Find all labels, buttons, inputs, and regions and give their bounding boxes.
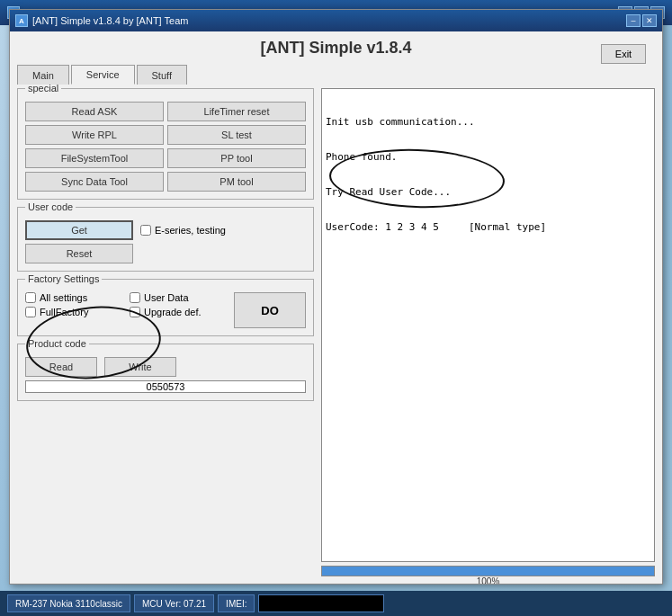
inner-titlebar: A [ANT] Simple v1.8.4 by [ANT] Team – ✕ (10, 10, 662, 31)
full-factory-checkbox[interactable] (25, 307, 36, 317)
output-log: Init usb communication... Phone found. T… (321, 88, 655, 562)
user-code-row: Get E-series, testing (25, 220, 306, 240)
tab-stuff[interactable]: Stuff (137, 65, 187, 85)
filesystem-tool-button[interactable]: FileSystemTool (25, 148, 164, 168)
log-line-1: Init usb communication... (326, 116, 650, 128)
read-write-buttons: Read Write (25, 357, 306, 377)
lifetimer-reset-button[interactable]: LifeTimer reset (167, 102, 306, 121)
full-factory-label: FullFactory (25, 307, 126, 317)
pm-tool-button[interactable]: PM tool (167, 172, 306, 192)
write-rpl-button[interactable]: Write RPL (25, 125, 164, 145)
log-line-3: Try Read User Code... (326, 186, 650, 198)
inner-close-button[interactable]: ✕ (642, 14, 657, 27)
inner-window-title: [ANT] Simple v1.8.4 by [ANT] Team (32, 15, 188, 26)
inner-window: A [ANT] Simple v1.8.4 by [ANT] Team – ✕ … (9, 9, 663, 585)
upgrade-def-checkbox[interactable] (130, 307, 140, 317)
reset-user-code-button[interactable]: Reset (25, 244, 133, 263)
status-mcu: MCU Ver: 07.21 (134, 594, 214, 612)
exit-button[interactable]: Exit (601, 44, 646, 64)
factory-settings-title: Factory Settings (25, 273, 102, 284)
outer-window: A [ANT] Simple v1.8.4 by [ANT] Team – □ … (0, 0, 672, 616)
right-panel: Init usb communication... Phone found. T… (321, 88, 655, 576)
app-content: [ANT] Simple v1.8.4 Exit Main Service St… (10, 31, 662, 584)
factory-col-left: All settings FullFactory (25, 292, 126, 317)
all-settings-checkbox[interactable] (25, 292, 36, 303)
user-code-group-title: User code (25, 201, 76, 212)
user-data-label: User Data (130, 292, 230, 303)
inner-app-icon: A (15, 14, 28, 27)
app-title: [ANT] Simple v1.8.4 (260, 39, 411, 57)
factory-col-right: User Data Upgrade def. (130, 292, 230, 317)
log-line-4: UserCode: 1 2 3 4 5 [Normal type] (326, 221, 650, 233)
sl-test-button[interactable]: SL test (167, 125, 306, 145)
status-imei-value (258, 594, 384, 612)
tab-service[interactable]: Service (71, 65, 135, 85)
status-imei-label: IMEI: (218, 594, 255, 612)
user-code-group: User code Get E-series, testing Reset (17, 207, 314, 272)
tabs-bar: Main Service Stuff (10, 65, 662, 85)
inner-minimize-button[interactable]: – (626, 14, 641, 27)
status-device: RM-237 Nokia 3110classic (7, 594, 130, 612)
product-code-content: Read Write (25, 357, 306, 393)
user-data-checkbox[interactable] (130, 292, 140, 303)
e-series-label: E-series, testing (140, 225, 226, 236)
app-title-bar: [ANT] Simple v1.8.4 (10, 31, 662, 61)
get-button-wrapper: Get (25, 220, 133, 240)
progress-bar-outer (321, 566, 655, 576)
main-split: special Read ASK LifeTimer reset Write R… (10, 85, 662, 584)
e-series-checkbox[interactable] (140, 225, 151, 236)
read-ask-button[interactable]: Read ASK (25, 102, 164, 121)
progress-wrapper: 100% (321, 566, 655, 576)
left-panel: special Read ASK LifeTimer reset Write R… (17, 88, 314, 576)
log-line-2: Phone found. (326, 151, 650, 163)
pp-tool-button[interactable]: PP tool (167, 148, 306, 168)
special-buttons-grid: Read ASK LifeTimer reset Write RPL SL te… (25, 102, 306, 192)
progress-label: 100% (477, 576, 500, 584)
progress-area: 100% (321, 566, 655, 576)
product-code-input[interactable] (25, 380, 306, 393)
tab-main[interactable]: Main (17, 65, 69, 85)
factory-settings-group: Factory Settings All settings FullFactor… (17, 279, 314, 336)
do-button[interactable]: DO (234, 292, 306, 328)
get-user-code-button[interactable]: Get (25, 220, 133, 240)
special-group-title: special (25, 85, 61, 94)
all-settings-label: All settings (25, 292, 126, 303)
read-product-code-button[interactable]: Read (25, 357, 97, 377)
sync-data-tool-button[interactable]: Sync Data Tool (25, 172, 164, 192)
progress-bar-inner (322, 567, 654, 576)
product-code-title: Product code (25, 338, 89, 349)
status-bar: RM-237 Nokia 3110classic MCU Ver: 07.21 … (0, 591, 672, 616)
reset-button-row: Reset (25, 244, 306, 263)
inner-titlebar-left: A [ANT] Simple v1.8.4 by [ANT] Team (15, 14, 188, 27)
write-product-code-button[interactable]: Write (104, 357, 176, 377)
factory-settings-grid: All settings FullFactory Use (25, 292, 306, 328)
inner-window-controls: – ✕ (626, 14, 657, 27)
upgrade-def-label: Upgrade def. (130, 307, 230, 317)
product-code-group: Product code Read Write (17, 344, 314, 401)
special-group: special Read ASK LifeTimer reset Write R… (17, 88, 314, 200)
